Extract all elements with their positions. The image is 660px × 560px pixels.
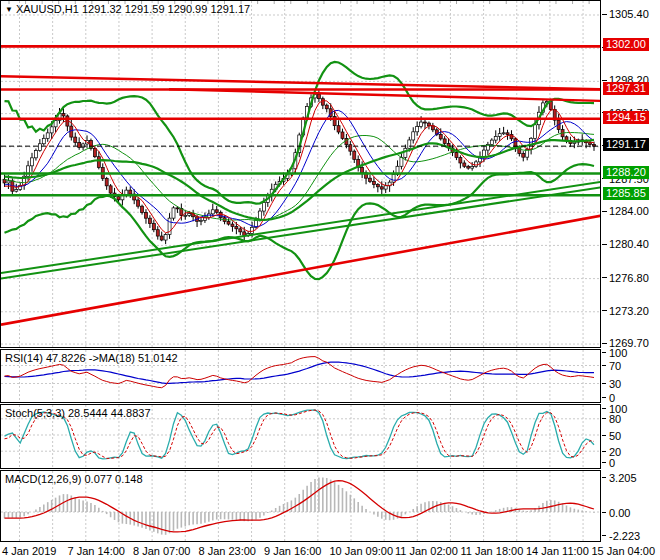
time-tick-label: 10 Jan 09:00 [330, 545, 394, 557]
moving-averages-layer [5, 62, 595, 279]
indicator-tick [602, 435, 606, 436]
time-tick-label: 7 Jan 14:00 [68, 545, 126, 557]
price-tick [602, 211, 607, 212]
indicator-tick [602, 512, 606, 513]
time-tick-label: 15 Jan 04:00 [592, 545, 656, 557]
indicator-tick [602, 383, 606, 384]
indicator-tick-label: 30 [609, 378, 621, 390]
main-chart-canvas[interactable] [1, 1, 600, 347]
price-tick [602, 244, 607, 245]
time-tick-label: 11 Jan 18:00 [461, 545, 524, 557]
stochastic-panel[interactable]: Stoch(5,3,3) 28.5444 44.8837 [0, 404, 601, 469]
price-tick [602, 343, 607, 344]
price-tick-label: 1305.40 [609, 8, 649, 20]
indicator-tick-label: 100 [609, 347, 627, 359]
indicator-tick [602, 408, 606, 409]
indicator-tick [602, 451, 606, 452]
trendlines-layer[interactable] [1, 46, 600, 324]
indicator-tick [602, 365, 606, 366]
price-tick [602, 14, 607, 15]
time-tick-label: 11 Jan 02:00 [395, 545, 458, 557]
price-tick [602, 310, 607, 311]
price-level-badge: 1297.31 [603, 82, 649, 95]
rsi-panel[interactable]: RSI(14) 47.8226 ->MA(18) 51.0142 [0, 349, 601, 403]
indicator-tick-label: 0 [609, 457, 615, 469]
time-axis[interactable]: 4 Jan 20197 Jan 14:008 Jan 07:008 Jan 23… [0, 543, 660, 560]
macd-panel[interactable]: MACD(12,26,9) 0.077 0.148 [0, 470, 601, 542]
price-tick-label: 1276.80 [609, 272, 649, 284]
time-tick-label: 8 Jan 07:00 [133, 545, 191, 557]
price-tick [602, 178, 607, 179]
macd-label: MACD(12,26,9) 0.077 0.148 [5, 473, 143, 485]
indicator-tick-label: 70 [609, 360, 621, 372]
time-tick-label: 14 Jan 11:00 [526, 545, 589, 557]
indicator-tick [602, 462, 606, 463]
main-chart-panel[interactable]: ▼XAUUSD,H1 1291.32 1291.59 1290.99 1291.… [0, 0, 601, 348]
time-tick-label: 9 Jan 16:00 [264, 545, 322, 557]
stochastic-label: Stoch(5,3,3) 28.5444 44.8837 [5, 407, 151, 419]
indicator-tick [602, 477, 606, 478]
price-tick-label: 1273.20 [609, 305, 649, 317]
rsi-label: RSI(14) 47.8226 ->MA(18) 51.0142 [5, 352, 178, 364]
indicator-tick [602, 397, 606, 398]
indicator-tick [602, 418, 606, 419]
indicator-tick [602, 352, 606, 353]
macd-histogram-layer [5, 477, 595, 534]
chart-title-text: XAUUSD,H1 1291.32 1291.59 1290.99 1291.1… [16, 3, 250, 15]
indicator-tick-label: 0.00 [609, 507, 630, 519]
price-level-badge: 1285.85 [603, 187, 649, 200]
current-price-badge: 1291.17 [603, 138, 649, 151]
price-tick-label: 1284.00 [609, 205, 649, 217]
candles-layer [3, 89, 596, 244]
chart-title: ▼XAUUSD,H1 1291.32 1291.59 1290.99 1291.… [5, 3, 250, 15]
price-level-badge: 1288.20 [603, 166, 649, 179]
price-level-badge: 1302.00 [603, 38, 649, 51]
indicator-tick-label: 80 [609, 413, 621, 425]
chart-menu-icon[interactable]: ▼ [5, 5, 13, 14]
time-tick-label: 8 Jan 23:00 [199, 545, 257, 557]
time-tick-label: 4 Jan 2019 [2, 545, 56, 557]
price-tick-label: 1280.40 [609, 238, 649, 250]
indicator-tick [602, 535, 606, 536]
price-axis[interactable]: 1305.401301.801298.201294.701291.101287.… [602, 0, 660, 560]
indicator-tick-label: 50 [609, 430, 621, 442]
price-tick [602, 277, 607, 278]
trading-chart: ▼XAUUSD,H1 1291.32 1291.59 1290.99 1291.… [0, 0, 660, 560]
indicator-tick-label: 3.205 [609, 472, 637, 484]
indicator-tick-label: -2.223 [609, 530, 640, 542]
price-level-badge: 1294.15 [603, 111, 649, 124]
